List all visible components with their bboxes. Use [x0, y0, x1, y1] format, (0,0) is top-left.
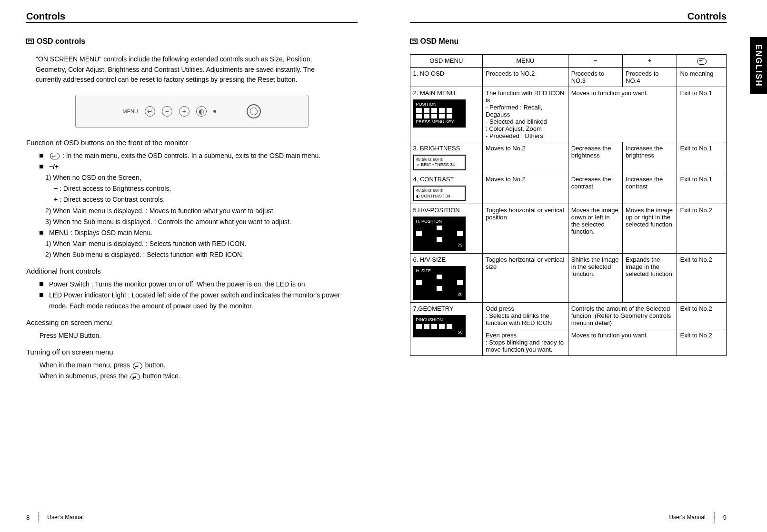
osd-menu-table: OSD MENU MENU − + 1. NO OSD Proceeds to … — [410, 54, 727, 356]
enter-icon — [133, 363, 142, 369]
list-item: −/+ — [40, 161, 358, 172]
mini-val: 50 — [416, 330, 463, 335]
cell-plus: Moves the image up or right in the selec… — [623, 204, 677, 253]
cell-enter: Exit to No.2 — [677, 204, 727, 253]
additional-front-controls-heading: Additional front controls — [26, 267, 358, 275]
cell-enter: Exit to No.1 — [677, 173, 727, 204]
additional-controls-list: Power Switch : Turns the monitor power o… — [40, 279, 358, 312]
osd-menu-heading: OSD Menu — [410, 37, 727, 46]
cell-text: 5.H/V-POSITION — [413, 207, 460, 214]
cell-minus: Shinks the image in the selected functio… — [568, 253, 622, 302]
right-footer-label: User's Manual — [669, 514, 705, 521]
mini-osd-screen: H. SIZE 28 — [413, 266, 466, 300]
cell-osd: 6. H/V-SIZE H. SIZE 28 — [410, 253, 483, 302]
th-osd-menu: OSD MENU — [410, 55, 483, 68]
turning-off-menu-heading: Turning off on screen menu — [26, 348, 358, 356]
table-row: 1. NO OSD Proceeds to NO.2 Proceeds to N… — [410, 67, 727, 87]
accessing-menu-heading: Accessing on screen menu — [26, 318, 358, 326]
right-footer: User's Manual 9 — [669, 512, 727, 522]
mini-osd-screen: 48.5kHz 60Hz ☼ BRIGHTNESS 34 — [413, 155, 466, 170]
right-page: Controls OSD Menu OSD MENU MENU − + 1. N… — [384, 0, 767, 532]
cell-plus: Increases the brightness — [623, 142, 677, 173]
table-row: 3. BRIGHTNESS 48.5kHz 60Hz ☼ BRIGHTNESS … — [410, 142, 727, 173]
cell-enter: Exit to No.2 — [677, 303, 727, 329]
cell-osd: 7.GEOMETRY PINCUSHION 50 — [410, 303, 483, 356]
cell-osd: 3. BRIGHTNESS 48.5kHz 60Hz ☼ BRIGHTNESS … — [410, 142, 483, 173]
left-footer: 8 User's Manual — [26, 512, 84, 522]
function-of-osd-buttons-heading: Function of OSD buttons on the front of … — [26, 138, 358, 147]
panel-enter-icon: ↵ — [145, 106, 155, 117]
panel-minus-icon: − — [162, 106, 172, 117]
cell-plus: Expands the image in the selected functi… — [623, 253, 677, 302]
sub-text: : Direct access to Contrast controls. — [58, 196, 165, 203]
sub-line: 1) When no OSD on the Screen, — [45, 172, 358, 183]
bullet-text: : In the main menu, exits the OSD contro… — [60, 152, 320, 159]
mini-foot: PRESS MENU KEY — [416, 119, 463, 125]
sub-line: 1) When Main menu is displayed. : Select… — [45, 238, 358, 249]
sub-line: − : Direct access to Brightness controls… — [54, 183, 358, 194]
osd-controls-heading: OSD controls — [26, 37, 358, 46]
cell-minus: Decreases the contrast — [568, 173, 622, 204]
sub-line: Press MENU Button. — [40, 330, 358, 341]
table-row: 2. MAIN MENU POSITION PRESS MENU KEY The… — [410, 87, 727, 142]
sub-line: When in submenus, press the button twice… — [40, 371, 358, 382]
osd-buttons-list-2: MENU : Displays OSD main Menu. — [40, 227, 358, 238]
bullet-text: Power Switch : Turns the monitor power o… — [49, 280, 307, 288]
cell-enter: No meaning — [677, 67, 727, 87]
cell-text: 4. CONTRAST — [413, 176, 454, 183]
cell-text: 7.GEOMETRY — [413, 305, 454, 312]
mini-line: 48.5kHz 60Hz — [416, 188, 463, 194]
osd-screen-icon — [26, 39, 34, 44]
mini-osd-screen: PINCUSHION 50 — [413, 315, 466, 337]
panel-reset-icon: ◐ — [196, 106, 207, 117]
th-menu: MENU — [483, 55, 568, 68]
th-plus: + — [623, 55, 677, 68]
cell-plus: Proceeds to NO.4 — [623, 67, 677, 87]
sub-text: When in submenus, press the — [40, 372, 129, 380]
cell-minus-plus-merged: Moves to function you want. — [568, 329, 677, 356]
mini-line: ◐ CONTRAST 34 — [416, 194, 463, 199]
mini-line: 48.5kHz 60Hz — [416, 157, 463, 163]
panel-power-icon — [247, 104, 261, 118]
cell-enter: Exit to No.2 — [677, 253, 727, 302]
cell-minus: Proceeds to NO.3 — [568, 67, 622, 87]
cell-osd: 5.H/V-POSITION H. POSITION 72 — [410, 204, 483, 253]
table-row: 7.GEOMETRY PINCUSHION 50 Odd press : Sel… — [410, 303, 727, 329]
left-page: Controls OSD controls "ON SCREEN MENU" c… — [0, 0, 384, 532]
mini-osd-screen: POSITION PRESS MENU KEY — [413, 99, 466, 128]
enter-icon — [50, 153, 60, 159]
mini-title: POSITION — [416, 102, 463, 108]
cell-osd: 2. MAIN MENU POSITION PRESS MENU KEY — [410, 87, 483, 142]
cell-text: 6. H/V-SIZE — [413, 256, 446, 263]
osd-screen-icon — [410, 39, 418, 44]
th-enter — [677, 55, 727, 68]
mini-osd-screen: 48.5kHz 60Hz ◐ CONTRAST 34 — [413, 186, 466, 201]
cell-enter: Exit to No.1 — [677, 142, 727, 173]
sub-line: 2) When Main menu is displayed. : Moves … — [45, 206, 358, 217]
minus-plus-symbol: −/+ — [49, 163, 59, 170]
cell-osd: 4. CONTRAST 48.5kHz 60Hz ◐ CONTRAST 34 — [410, 173, 483, 204]
panel-menu-label: MENU — [123, 108, 138, 114]
cell-minus: Decreases the brightness — [568, 142, 622, 173]
cell-minus: Moves the image down or left in the sele… — [568, 204, 622, 253]
monitor-front-panel-illustration: MENU ↵ − + ◐ — [75, 95, 309, 128]
left-footer-label: User's Manual — [47, 514, 83, 521]
cell-menu: Moves to No.2 — [483, 142, 568, 173]
minus-symbol: − — [54, 185, 58, 192]
sub-text: button. — [143, 361, 166, 369]
osd-menu-label: OSD Menu — [420, 37, 459, 46]
table-row: 4. CONTRAST 48.5kHz 60Hz ◐ CONTRAST 34 M… — [410, 173, 727, 204]
list-item: MENU : Displays OSD main Menu. — [40, 227, 358, 238]
cell-enter: Exit to No.1 — [677, 87, 727, 142]
plus-symbol: + — [648, 57, 652, 64]
left-page-number: 8 — [26, 514, 30, 521]
right-header-row: Controls — [410, 10, 727, 23]
cell-minus-plus-merged: Moves to function you want. — [568, 87, 677, 142]
bullet-text: MENU : Displays OSD main Menu. — [49, 229, 152, 236]
sub-line: 3) When the Sub menu is displayed. : Con… — [45, 217, 358, 227]
mini-title: PINCUSHION — [416, 317, 463, 323]
list-item: : In the main menu, exits the OSD contro… — [40, 150, 358, 161]
cell-menu: The function with RED ICON is - Performe… — [483, 87, 568, 142]
mini-title: H. POSITION — [416, 219, 463, 225]
enter-icon — [697, 58, 707, 65]
